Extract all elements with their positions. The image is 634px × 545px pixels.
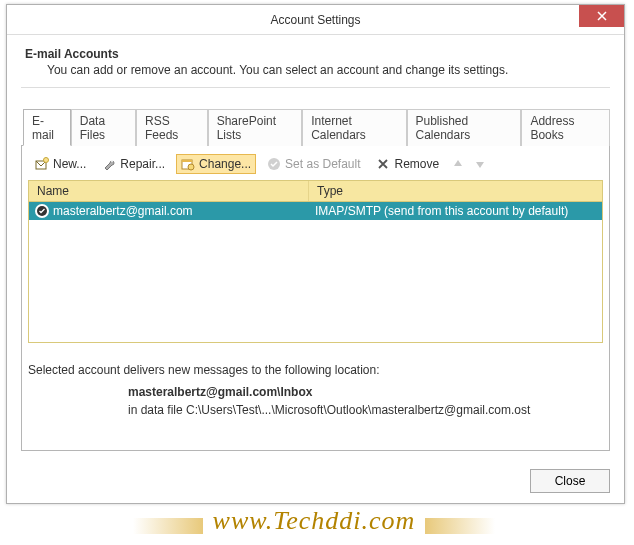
arrow-down-icon (474, 158, 486, 170)
column-header-name[interactable]: Name (29, 181, 309, 201)
account-name: masteralbertz@gmail.com (53, 204, 193, 218)
table-body: masteralbertz@gmail.comIMAP/SMTP (send f… (29, 202, 602, 342)
remove-button[interactable]: Remove (371, 154, 444, 174)
tab-panel-email: New... Repair... Change... (21, 146, 610, 451)
cell-type: IMAP/SMTP (send from this account by def… (309, 203, 602, 219)
window-title: Account Settings (270, 13, 360, 27)
close-icon (597, 11, 607, 21)
tab-address[interactable]: Address Books (521, 109, 610, 146)
tab-internet-cal[interactable]: Internet Calendars (302, 109, 406, 146)
remove-button-label: Remove (394, 157, 439, 171)
toolbar: New... Repair... Change... (28, 152, 603, 180)
watermark-text: www.Techddi.com (213, 506, 416, 536)
delivery-intro: Selected account delivers new messages t… (28, 363, 603, 377)
column-header-type[interactable]: Type (309, 181, 602, 201)
delivery-location-text: masteralbertz@gmail.com\Inbox (128, 385, 312, 399)
svg-point-5 (188, 164, 194, 170)
cell-name: masteralbertz@gmail.com (29, 203, 309, 219)
remove-icon (376, 157, 390, 171)
change-button[interactable]: Change... (176, 154, 256, 174)
delivery-location: masteralbertz@gmail.com\Inbox (128, 385, 603, 399)
new-button[interactable]: New... (30, 154, 91, 174)
tab-strip: E-mailData FilesRSS FeedsSharePoint List… (21, 108, 610, 146)
change-icon (181, 157, 195, 171)
window-close-button[interactable] (579, 5, 624, 27)
dialog-body: E-mail Accounts You can add or remove an… (7, 35, 624, 463)
titlebar: Account Settings (7, 5, 624, 35)
repair-icon (102, 157, 116, 171)
check-icon (267, 157, 281, 171)
move-up-button (450, 156, 466, 172)
new-button-label: New... (53, 157, 86, 171)
tab-email[interactable]: E-mail (23, 109, 71, 146)
tab-pub-cal[interactable]: Published Calendars (407, 109, 522, 146)
accounts-table: Name Type masteralbertz@gmail.comIMAP/SM… (28, 180, 603, 343)
move-down-button (472, 156, 488, 172)
set-default-button-label: Set as Default (285, 157, 360, 171)
delivery-info: Selected account delivers new messages t… (28, 363, 603, 417)
svg-point-2 (111, 160, 113, 162)
close-button[interactable]: Close (530, 469, 610, 493)
default-account-icon (35, 204, 49, 218)
table-row[interactable]: masteralbertz@gmail.comIMAP/SMTP (send f… (29, 202, 602, 220)
watermark: www.Techddi.com (134, 501, 494, 541)
dialog-footer: Close (7, 463, 624, 503)
account-settings-window: Account Settings E-mail Accounts You can… (6, 4, 625, 504)
header-block: E-mail Accounts You can add or remove an… (21, 43, 610, 88)
close-button-label: Close (555, 474, 586, 488)
header-title: E-mail Accounts (25, 47, 606, 61)
repair-button[interactable]: Repair... (97, 154, 170, 174)
tab-rss[interactable]: RSS Feeds (136, 109, 208, 146)
table-header: Name Type (29, 181, 602, 202)
svg-point-1 (44, 158, 49, 163)
header-description: You can add or remove an account. You ca… (47, 63, 606, 77)
delivery-file: in data file C:\Users\Test\...\Microsoft… (128, 403, 603, 417)
change-button-label: Change... (199, 157, 251, 171)
tab-sharepoint[interactable]: SharePoint Lists (208, 109, 302, 146)
set-default-button: Set as Default (262, 154, 365, 174)
repair-button-label: Repair... (120, 157, 165, 171)
new-icon (35, 157, 49, 171)
tab-datafiles[interactable]: Data Files (71, 109, 136, 146)
svg-rect-4 (182, 160, 192, 162)
arrow-up-icon (452, 158, 464, 170)
